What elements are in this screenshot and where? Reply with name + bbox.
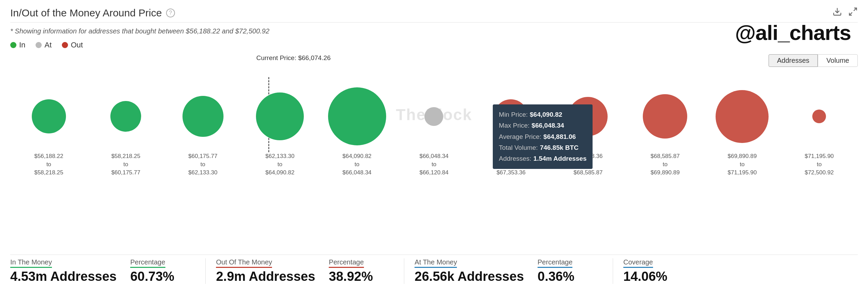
- bubble-6[interactable]: [424, 107, 443, 126]
- bubble-group-11: [781, 110, 858, 123]
- tooltip-left-max-val: $66,048.34: [532, 120, 564, 131]
- svg-line-1: [854, 8, 856, 11]
- expand-icon[interactable]: [848, 7, 858, 19]
- tooltip-left-vol-label: Total Volume:: [499, 142, 538, 153]
- bubble-11[interactable]: [812, 110, 826, 123]
- legend-dot-at: [36, 42, 42, 48]
- range-label-10: $69,890.89to$71,195.90: [704, 152, 781, 176]
- legend-label-in: In: [19, 41, 25, 49]
- out-the-money-label: Out Of The Money: [216, 258, 315, 268]
- bubble-9[interactable]: [643, 94, 687, 139]
- bubble-group-1: [10, 99, 87, 133]
- chart-area: Addresses Volume Current Price: $66,074.…: [10, 54, 858, 255]
- header-left: In/Out of the Money Around Price ?: [10, 7, 175, 19]
- stat-group-out-pct: Percentage 38.92%: [329, 258, 404, 284]
- in-percentage-value: 60.73%: [130, 269, 192, 284]
- bubble-10[interactable]: [716, 90, 769, 143]
- stat-group-in-pct: Percentage 60.73%: [130, 258, 205, 284]
- toggle-volume[interactable]: Volume: [818, 54, 858, 67]
- bubble-group-6: [395, 107, 472, 126]
- legend-label-at: At: [44, 41, 52, 49]
- at-pct-label-underline: Percentage: [538, 258, 572, 268]
- legend-label-out: Out: [71, 41, 83, 49]
- divider-2: [404, 258, 404, 284]
- current-price-label: Current Price: $66,074.26: [256, 54, 331, 62]
- at-label-underline: At The Money: [415, 258, 457, 268]
- legend-in: In: [10, 41, 25, 49]
- legend-at: At: [36, 41, 52, 49]
- legend-out: Out: [62, 41, 83, 49]
- range-label-9: $68,585.87to$69,890.89: [627, 152, 704, 176]
- legend-dot-in: [10, 42, 16, 48]
- svg-line-2: [850, 12, 852, 15]
- coverage-label-underline: Coverage: [623, 258, 653, 268]
- range-label-5: $64,090.82to$66,048.34: [318, 152, 395, 176]
- out-label-underline: Out Of The Money: [216, 258, 272, 268]
- bubble-4[interactable]: [256, 92, 304, 140]
- legend-dot-out: [62, 42, 68, 48]
- bubble-1[interactable]: [32, 99, 66, 133]
- tooltip-left-max-label: Max Price:: [499, 120, 530, 131]
- watermark: @ali_charts: [735, 20, 851, 45]
- stat-group-at-pct: Percentage 0.36%: [538, 258, 613, 284]
- coverage-value: 14.06%: [623, 269, 685, 284]
- legend: In At Out: [10, 38, 858, 54]
- bubble-group-9: Min Price:$69,890.89 Max Price:$71,195.9…: [627, 94, 704, 139]
- tooltip-left-addr-val: 1.54m Addresses: [533, 153, 587, 164]
- bubble-group-3: [164, 96, 241, 137]
- out-pct-label-underline: Percentage: [329, 258, 364, 268]
- bubble-group-10: [704, 90, 781, 143]
- page-title: In/Out of the Money Around Price: [10, 7, 162, 19]
- bubbles-row: TheBlock Min Price:$64,090.8: [10, 77, 858, 152]
- range-label-11: $71,195.90to$72,500.92: [781, 152, 858, 176]
- divider-3: [613, 258, 613, 284]
- out-pct-label: Percentage: [329, 258, 390, 268]
- bubble-group-4: [241, 92, 318, 140]
- bubble-3[interactable]: [182, 96, 223, 137]
- stat-group-at: At The Money 26.56k Addresses: [415, 258, 538, 284]
- tooltip-left-min-label: Min Price:: [499, 109, 528, 120]
- bubble-group-5: Min Price:$64,090.82 Max Price:$66,048.3…: [318, 87, 395, 145]
- range-label-1: $56,188.22to$58,218.25: [10, 152, 87, 176]
- at-the-money-value: 26.56k Addresses: [415, 269, 524, 284]
- at-percentage-value: 0.36%: [538, 269, 599, 284]
- tooltip-left-min-val: $64,090.82: [530, 109, 562, 120]
- subtitle: * Showing information for addresses that…: [10, 23, 858, 38]
- tooltip-left-avg-val: $64,881.06: [543, 131, 576, 142]
- download-icon[interactable]: [832, 7, 842, 19]
- in-label-underline: In The Money: [10, 258, 52, 268]
- tooltip-left-avg-label: Average Price:: [499, 131, 541, 142]
- stat-group-in: In The Money 4.53m Addresses: [10, 258, 130, 284]
- range-label-6: $66,048.34to$66,120.84: [395, 152, 472, 176]
- divider-1: [205, 258, 206, 284]
- stats-footer: In The Money 4.53m Addresses Percentage …: [10, 255, 858, 288]
- out-percentage-value: 38.92%: [329, 269, 390, 284]
- in-pct-label: Percentage: [130, 258, 192, 268]
- help-icon[interactable]: ?: [166, 9, 175, 17]
- range-labels-row: $56,188.22to$58,218.25 $58,218.25to$60,1…: [10, 152, 858, 176]
- tooltip-left-vol-val: 746.85k BTC: [540, 142, 579, 153]
- out-the-money-value: 2.9m Addresses: [216, 269, 315, 284]
- header: In/Out of the Money Around Price ?: [10, 7, 858, 23]
- in-the-money-value: 4.53m Addresses: [10, 269, 117, 284]
- at-the-money-label: At The Money: [415, 258, 524, 268]
- in-the-money-label: In The Money: [10, 258, 117, 268]
- toggle-addresses[interactable]: Addresses: [769, 54, 818, 67]
- range-label-2: $58,218.25to$60,175.77: [87, 152, 164, 176]
- at-pct-label: Percentage: [538, 258, 599, 268]
- main-container: In/Out of the Money Around Price ? * Sho…: [0, 0, 868, 288]
- tooltip-left: Min Price:$64,090.82 Max Price:$66,048.3…: [493, 104, 593, 169]
- toggle-row: Addresses Volume: [10, 54, 858, 69]
- bubble-5[interactable]: [328, 87, 386, 145]
- bubble-2[interactable]: [110, 101, 141, 132]
- stat-group-coverage: Coverage 14.06%: [623, 258, 699, 284]
- range-label-3: $60,175.77to$62,133.30: [164, 152, 241, 176]
- coverage-label: Coverage: [623, 258, 685, 268]
- bubble-group-2: [87, 101, 164, 132]
- header-icons: [832, 7, 858, 19]
- stat-group-out: Out Of The Money 2.9m Addresses: [216, 258, 329, 284]
- in-pct-label-underline: Percentage: [130, 258, 165, 268]
- range-label-4: $62,133.30to$64,090.82: [241, 152, 318, 176]
- tooltip-left-addr-label: Addresses:: [499, 153, 531, 164]
